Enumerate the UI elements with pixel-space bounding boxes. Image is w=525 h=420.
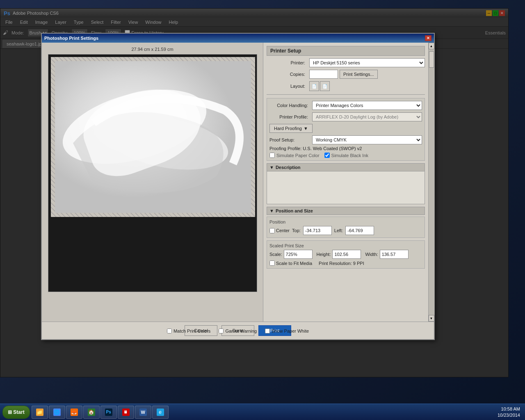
height-input[interactable] bbox=[332, 250, 361, 259]
taskbar-app-firefox[interactable]: 🦊 bbox=[66, 406, 82, 419]
color-handling-select[interactable]: Printer Manages Colors Photoshop Manages… bbox=[312, 101, 422, 110]
printer-row: Printer: HP Deskjet 5150 series bbox=[267, 58, 425, 67]
clock: 10:58 AM 10/23/2014 bbox=[498, 406, 520, 418]
top-input[interactable] bbox=[303, 226, 332, 235]
description-body bbox=[267, 171, 425, 204]
center-checkbox[interactable] bbox=[269, 228, 275, 233]
preview-controls: Match Print Colors Gamut Warning Show Pa… bbox=[42, 326, 434, 336]
simulate-row: Simulate Paper Color Simulate Black Ink bbox=[269, 153, 422, 158]
proof-setup-select[interactable]: Working CMYK Working Cyan Plate bbox=[312, 135, 422, 144]
left-label: Left: bbox=[334, 228, 343, 233]
match-print-colors-checkbox[interactable] bbox=[167, 329, 172, 333]
print-dialog-title: Photoshop Print Settings bbox=[44, 36, 98, 41]
ie-icon: e bbox=[157, 409, 164, 416]
proof-setup-row: Proof Setup: Working CMYK Working Cyan P… bbox=[269, 135, 422, 144]
printer-profile-row: Printer Profile: ARRIFLEX D-20 Daylight … bbox=[269, 112, 422, 121]
description-header[interactable]: ▼ Description bbox=[267, 163, 425, 171]
simulate-paper-checkbox[interactable] bbox=[269, 153, 275, 158]
desktop: Ps Adobe Photoshop CS6 ─ □ ✕ File Edit I… bbox=[0, 0, 525, 420]
scale-input[interactable] bbox=[284, 250, 313, 259]
color-handling-row: Color Handling: Printer Manages Colors P… bbox=[269, 101, 422, 110]
description-arrow: ▼ bbox=[269, 165, 274, 170]
position-size-title: Position and Size bbox=[276, 208, 313, 213]
scale-field: Scale: bbox=[269, 250, 313, 259]
gamut-warning-checkbox[interactable] bbox=[219, 329, 224, 333]
clock-date: 10/23/2014 bbox=[498, 412, 520, 418]
print-settings-btn[interactable]: Print Settings... bbox=[340, 70, 378, 79]
start-label: Start bbox=[13, 409, 24, 415]
print-settings-dialog: Photoshop Print Settings ✕ 27.94 cm x 21… bbox=[41, 33, 435, 340]
position-group-label: Position bbox=[269, 219, 422, 224]
match-print-colors-text: Match Print Colors bbox=[173, 329, 210, 333]
height-label: Height: bbox=[317, 252, 331, 257]
scrollbar-down-btn[interactable]: ▼ bbox=[429, 315, 434, 322]
dialog-scrollbar[interactable]: ▲ ▼ bbox=[428, 43, 434, 322]
layout-label: Layout: bbox=[267, 84, 308, 89]
printer-label: Printer: bbox=[267, 60, 308, 65]
position-size-section: ▼ Position and Size Position Center bbox=[267, 207, 425, 269]
position-size-header[interactable]: ▼ Position and Size bbox=[267, 207, 425, 215]
scrollbar-thumb[interactable] bbox=[429, 51, 434, 68]
taskbar-app-photoshop[interactable]: Ps bbox=[100, 406, 117, 419]
printer-setup-header: Printer Setup bbox=[267, 46, 425, 56]
settings-panel: Printer Setup Printer: HP Deskjet 5150 s… bbox=[263, 43, 428, 322]
width-field: Width: bbox=[365, 250, 408, 259]
hard-proofing-row: Hard Proofing ▼ bbox=[269, 124, 422, 133]
taskbar-app-word[interactable]: W bbox=[135, 406, 151, 419]
preview-area: 27.94 cm x 21.59 cm bbox=[42, 43, 263, 322]
portrait-icon[interactable]: 📄 bbox=[309, 81, 319, 91]
preview-logo-shape bbox=[55, 61, 251, 213]
simulate-paper-text: Simulate Paper Color bbox=[276, 153, 320, 158]
gamut-warning-label[interactable]: Gamut Warning bbox=[219, 329, 257, 333]
chrome-icon: 🌐 bbox=[53, 409, 61, 416]
taskbar-app-calc[interactable]: 🖩 bbox=[118, 406, 134, 419]
copies-row: Copies: 1 Print Settings... bbox=[267, 70, 425, 79]
proofing-profile-text: Proofing Profile: U.S. Web Coated (SWOP)… bbox=[269, 146, 422, 151]
printer-profile-select[interactable]: ARRIFLEX D-20 Daylight Log (by Adobe) bbox=[312, 112, 422, 121]
preview-image-area bbox=[51, 57, 255, 217]
scrollbar-up-btn[interactable]: ▲ bbox=[429, 43, 434, 49]
match-print-colors-label[interactable]: Match Print Colors bbox=[167, 329, 210, 333]
printer-profile-label: Printer Profile: bbox=[269, 114, 310, 119]
preview-image-inner bbox=[55, 61, 251, 213]
simulate-black-label[interactable]: Simulate Black Ink bbox=[324, 153, 368, 158]
taskbar: ⊞ Start 📁 🌐 🦊 🏠 Ps 🖩 W bbox=[0, 404, 525, 420]
scaled-group-label: Scaled Print Size bbox=[269, 243, 422, 248]
print-resolution-text: Print Resolution: 9 PPI bbox=[319, 261, 364, 266]
center-label[interactable]: Center bbox=[269, 228, 290, 233]
firefox-icon: 🦊 bbox=[71, 409, 78, 416]
fit-row: Scale to Fit Media Print Resolution: 9 P… bbox=[269, 260, 422, 266]
printer-select[interactable]: HP Deskjet 5150 series bbox=[309, 58, 425, 67]
color-handling-section: Color Handling: Printer Manages Colors P… bbox=[267, 98, 425, 161]
scale-label: Scale: bbox=[269, 252, 282, 257]
position-size-arrow: ▼ bbox=[269, 208, 274, 213]
proof-setup-label: Proof Setup: bbox=[269, 137, 310, 142]
taskbar-app-home[interactable]: 🏠 bbox=[83, 406, 100, 419]
landscape-icon[interactable]: 📄 bbox=[320, 81, 330, 91]
start-button[interactable]: ⊞ Start bbox=[2, 406, 30, 419]
taskbar-app-chrome[interactable]: 🌐 bbox=[49, 406, 65, 419]
description-title: Description bbox=[276, 165, 301, 170]
simulate-black-checkbox[interactable] bbox=[324, 153, 330, 158]
hard-proofing-arrow: ▼ bbox=[304, 126, 308, 131]
simulate-paper-label[interactable]: Simulate Paper Color bbox=[269, 153, 320, 158]
copies-label: Copies: bbox=[267, 72, 308, 77]
copies-input[interactable]: 1 bbox=[309, 70, 338, 79]
print-dialog-close[interactable]: ✕ bbox=[425, 35, 431, 41]
hard-proofing-btn[interactable]: Hard Proofing ▼ bbox=[269, 124, 313, 133]
show-paper-white-label[interactable]: Show Paper White bbox=[265, 329, 309, 333]
settings-panel-container: Printer Setup Printer: HP Deskjet 5150 s… bbox=[263, 43, 434, 322]
left-input[interactable] bbox=[345, 226, 374, 235]
scale-to-fit-checkbox[interactable] bbox=[269, 260, 275, 266]
clock-time: 10:58 AM bbox=[498, 406, 520, 412]
hard-proofing-label: Hard Proofing bbox=[274, 126, 302, 131]
taskbar-right: 10:58 AM 10/23/2014 bbox=[498, 406, 523, 418]
show-paper-white-checkbox[interactable] bbox=[265, 329, 270, 333]
gamut-warning-text: Gamut Warning bbox=[225, 329, 257, 333]
width-input[interactable] bbox=[380, 250, 409, 259]
taskbar-app-ie[interactable]: e bbox=[152, 406, 169, 419]
taskbar-app-explorer[interactable]: 📁 bbox=[32, 406, 48, 419]
scale-to-fit-label[interactable]: Scale to Fit Media bbox=[269, 260, 312, 266]
height-field: Height: bbox=[317, 250, 361, 259]
explorer-icon: 📁 bbox=[36, 409, 43, 416]
